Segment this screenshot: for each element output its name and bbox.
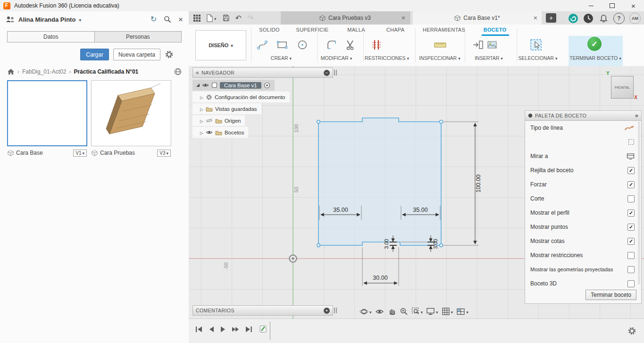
file-menu[interactable] (206, 14, 217, 22)
sketch-profile[interactable] (318, 118, 441, 245)
chevron-down-icon[interactable] (466, 307, 468, 316)
ribbon-tab-malla[interactable]: MALLA (347, 25, 365, 35)
zoom-window-tool[interactable] (411, 307, 423, 316)
chevron-down-icon[interactable] (451, 307, 453, 316)
activate-radio-icon[interactable] (264, 82, 270, 89)
finish-sketch-icon[interactable] (586, 36, 602, 52)
fillet-tool-icon[interactable] (324, 37, 340, 53)
collapsed-triangle-icon[interactable] (200, 106, 203, 112)
collapse-panel-icon[interactable] (196, 69, 199, 76)
viewcube-front-face[interactable]: FRONTAL (611, 76, 634, 99)
checkbox-checked[interactable] (627, 238, 635, 245)
sketch-palette-header[interactable]: PALETA DE BOCETO (525, 111, 641, 121)
timeline-sketch-feature[interactable] (259, 324, 268, 334)
search-icon[interactable] (164, 16, 171, 23)
palette-scrollbar[interactable] (638, 121, 640, 284)
undo-icon[interactable] (235, 14, 242, 23)
dimension-label[interactable]: 3.00 (433, 239, 438, 249)
tree-root-label[interactable]: Cara Base v1 (220, 82, 261, 89)
minimize-panel-icon[interactable] (324, 70, 330, 76)
group-insertar[interactable]: INSERTAR (475, 55, 503, 61)
viewcube[interactable]: Y FRONTAL X (606, 71, 637, 102)
tree-item-doc-settings[interactable]: Configuración del documento (192, 92, 290, 102)
measure-tool-icon[interactable] (432, 37, 448, 53)
line-tool-icon[interactable] (254, 37, 270, 53)
gear-icon[interactable] (165, 50, 174, 59)
checkbox-unchecked[interactable] (627, 195, 635, 202)
doc-tab-cara-base[interactable]: Cara Base v1* (413, 11, 542, 25)
panel-grip[interactable] (334, 308, 337, 313)
new-tab-button[interactable] (546, 13, 556, 23)
notifications-bell-icon[interactable] (598, 13, 609, 24)
expand-panel-icon[interactable] (635, 112, 638, 119)
chevron-down-icon[interactable] (369, 307, 372, 316)
look-at-tool[interactable] (375, 308, 384, 315)
chevron-down-icon[interactable] (79, 15, 81, 24)
group-crear[interactable]: CREAR (271, 55, 292, 61)
comments-header[interactable]: COMENTARIOS (192, 305, 333, 316)
checkbox-checked[interactable] (627, 181, 635, 188)
zoom-tool[interactable] (400, 307, 408, 316)
linetype-icon[interactable] (625, 125, 635, 132)
dimension-height[interactable] (443, 122, 478, 245)
navigator-header[interactable]: NAVEGADOR (192, 67, 333, 78)
tree-item-saved-views[interactable]: Vistas guardadas (192, 103, 261, 114)
user-name[interactable]: Alina Miranda Pinto (18, 16, 75, 23)
maximize-button[interactable] (602, 0, 623, 11)
checkbox-checked[interactable] (627, 224, 635, 231)
checkbox-checked[interactable] (627, 209, 635, 217)
save-icon[interactable] (222, 14, 230, 22)
redo-icon[interactable] (247, 14, 253, 23)
circle-tool-icon[interactable] (294, 37, 310, 53)
add-comment-icon[interactable] (324, 308, 330, 314)
close-panel-icon[interactable] (178, 16, 183, 24)
panel-grip[interactable] (334, 70, 337, 75)
step-forward-icon[interactable] (232, 326, 240, 333)
group-modificar[interactable]: MODIFICAR (321, 55, 352, 61)
construction-line-icon[interactable] (628, 139, 635, 145)
group-seleccionar[interactable]: SELECCIONAR (519, 55, 558, 61)
timeline-marker[interactable] (270, 322, 270, 340)
tab-personas[interactable]: Personas (95, 31, 182, 42)
constraints-tool-icon[interactable] (368, 37, 385, 53)
insert-image-icon[interactable] (484, 37, 500, 53)
close-tab-icon[interactable] (534, 14, 537, 22)
ribbon-tab-superficie[interactable]: SUPERFICIE (296, 25, 328, 35)
home-icon[interactable] (7, 68, 15, 75)
design-workspace-menu[interactable]: DISEÑO (195, 30, 246, 60)
select-tool-icon[interactable] (528, 37, 544, 53)
group-restricciones[interactable]: RESTRICCIONES (365, 55, 409, 61)
breadcrumb-folder[interactable]: Práctica Calificada N°01 (74, 68, 138, 75)
sketch-point[interactable] (440, 120, 443, 123)
canvas-viewport[interactable]: 100 50 -50 35.00 (189, 66, 644, 319)
help-icon[interactable] (613, 13, 625, 24)
ribbon-tab-solido[interactable]: SOLIDO (259, 25, 279, 35)
checkbox-checked[interactable] (627, 167, 635, 174)
dimension-label[interactable]: 100.00 (475, 175, 482, 192)
tab-datos[interactable]: Datos (7, 31, 95, 42)
group-terminar-boceto[interactable]: TERMINAR BOCETO (569, 55, 621, 61)
checkbox-unchecked[interactable] (627, 252, 635, 259)
close-tab-icon[interactable] (401, 14, 405, 22)
close-window-button[interactable] (623, 0, 644, 11)
document-card-cara-base[interactable]: Cara Base V1 (7, 80, 87, 159)
ribbon-tab-boceto[interactable]: BOCETO (484, 25, 507, 35)
dimension-label[interactable]: 35.00 (413, 207, 427, 213)
app-grid-icon[interactable] (193, 15, 201, 22)
sketch-point[interactable] (317, 244, 320, 247)
tree-item-sketches[interactable]: Bocetos (192, 127, 248, 138)
ribbon-tab-herramientas[interactable]: HERRAMIENTAS (423, 25, 465, 35)
display-settings-tool[interactable] (426, 307, 438, 316)
step-back-icon[interactable] (208, 326, 214, 333)
collapsed-triangle-icon[interactable] (200, 94, 203, 100)
chevron-down-icon[interactable] (436, 307, 438, 316)
eye-hidden-icon[interactable] (206, 118, 213, 123)
collapsed-triangle-icon[interactable] (200, 130, 203, 135)
play-icon[interactable] (220, 326, 226, 333)
eye-icon[interactable] (202, 83, 209, 88)
skip-to-end-icon[interactable] (245, 326, 252, 333)
skip-to-start-icon[interactable] (195, 326, 202, 333)
tree-root-cara-base[interactable]: Cara Base v1 (192, 80, 275, 91)
team-hub-icon[interactable] (568, 13, 578, 24)
doc-tab-cara-pruebas[interactable]: Cara Pruebas v3 (281, 11, 410, 25)
